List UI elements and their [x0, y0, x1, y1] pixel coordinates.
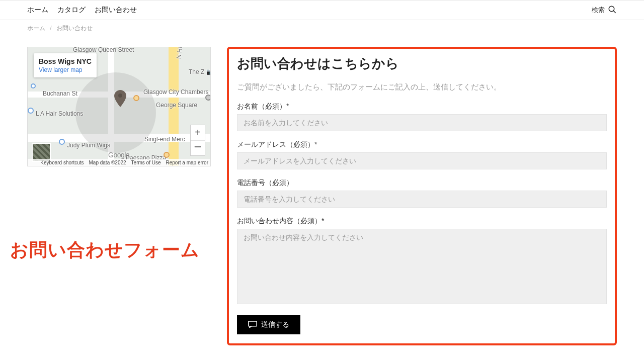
chat-icon	[248, 321, 257, 329]
map-footer-data: Map data ©2022	[89, 160, 126, 165]
map-pin-icon	[164, 152, 170, 158]
form-title: お問い合わせはこちらから	[237, 55, 607, 72]
map-pin-icon	[31, 83, 36, 88]
map-label-buchanan: Buchanan St	[43, 90, 77, 97]
map-footer: Keyboard shortcuts Map data ©2022 Terms …	[28, 159, 210, 166]
contact-form-panel: お問い合わせはこちらから ご質問がございましたら、下記のフォームにご記入の上、送…	[227, 47, 617, 345]
nav-home[interactable]: ホーム	[27, 6, 48, 15]
breadcrumb: ホーム / お問い合わせ	[0, 20, 644, 37]
search-label: 検索	[592, 6, 605, 15]
phone-input[interactable]	[237, 191, 607, 208]
map-google-logo: Google	[108, 151, 129, 159]
submit-button[interactable]: 送信する	[237, 315, 300, 334]
map-radius	[75, 72, 156, 153]
map-zoom-in-button[interactable]: +	[191, 125, 205, 140]
map-info-larger-link[interactable]: View larger map	[39, 66, 92, 73]
map-label-george-square: George Square	[156, 102, 197, 109]
crumb-home[interactable]: ホーム	[27, 25, 45, 32]
message-label: お問い合わせ内容（必須）*	[237, 217, 607, 226]
map-info-title: Boss Wigs NYC	[39, 57, 92, 65]
map-label-judy: Judy Plum Wigs	[67, 142, 110, 149]
map-label-singl: Singl-end Merc	[144, 136, 185, 143]
submit-label: 送信する	[261, 320, 289, 329]
map-label-queen-street: Glasgow Queen Street	[73, 47, 134, 53]
map-embed[interactable]: Glasgow Queen Street N Hanov The Z 📷 Buc…	[27, 47, 211, 166]
form-intro: ご質問がございましたら、下記のフォームにご記入の上、送信してください。	[237, 82, 607, 92]
search-icon	[608, 5, 617, 16]
map-label-hanover: N Hanov	[175, 47, 185, 59]
topbar: ホーム カタログ お問い合わせ 検索	[0, 0, 644, 20]
svg-point-2	[118, 94, 122, 98]
crumb-current: お問い合わせ	[56, 25, 93, 32]
svg-rect-3	[249, 321, 257, 326]
map-zoom-out-button[interactable]: −	[191, 140, 205, 155]
crumb-sep: /	[50, 25, 51, 32]
nav-contact[interactable]: お問い合わせ	[95, 6, 137, 15]
map-marker-icon	[114, 90, 126, 107]
map-label-lahair: L A Hair Solutions	[36, 110, 83, 117]
map-pin-icon	[28, 108, 34, 114]
name-label: お名前（必須）*	[237, 102, 607, 111]
map-footer-terms[interactable]: Terms of Use	[131, 160, 161, 165]
map-zoom-controls: + −	[190, 125, 205, 156]
svg-point-0	[609, 6, 614, 12]
search-trigger[interactable]: 検索	[592, 5, 617, 16]
nav-catalog[interactable]: カタログ	[57, 6, 86, 15]
email-label: メールアドレス（必須）*	[237, 140, 607, 149]
phone-label: 電話番号（必須）	[237, 178, 607, 188]
annotation-callout: お問い合わせフォーム	[10, 238, 200, 262]
topnav: ホーム カタログ お問い合わせ	[27, 6, 137, 15]
email-input[interactable]	[237, 152, 607, 169]
name-input[interactable]	[237, 114, 607, 131]
map-label-chambers: Glasgow City Chambers	[143, 88, 208, 96]
map-infobox: Boss Wigs NYC View larger map	[34, 53, 97, 77]
map-footer-report[interactable]: Report a map error	[166, 160, 208, 165]
message-textarea[interactable]	[237, 229, 607, 304]
map-pin-icon	[59, 139, 65, 145]
map-footer-shortcuts[interactable]: Keyboard shortcuts	[40, 160, 84, 165]
map-label-thez: The Z 📷	[189, 68, 211, 75]
map-pin-icon	[205, 95, 211, 101]
svg-line-1	[613, 11, 616, 13]
map-pin-icon	[133, 95, 139, 101]
